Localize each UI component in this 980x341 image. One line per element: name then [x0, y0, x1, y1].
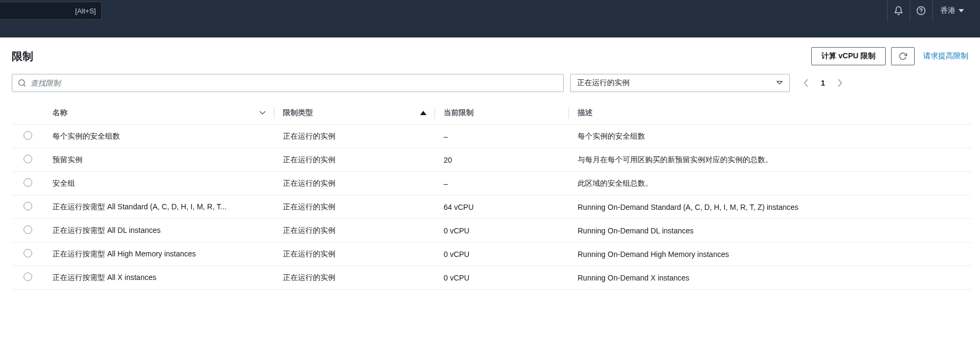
row-current: 0 vCPU — [435, 266, 569, 290]
notifications-icon[interactable] — [887, 0, 909, 21]
row-current: 64 vCPU — [435, 195, 569, 219]
row-name: 正在运行按需型 All X instances — [44, 266, 274, 290]
col-type[interactable]: 限制类型 — [274, 102, 435, 125]
row-radio[interactable] — [24, 202, 32, 210]
row-type: 正在运行的实例 — [274, 195, 435, 219]
caret-down-icon — [776, 81, 783, 85]
row-type: 正在运行的实例 — [274, 125, 435, 148]
row-name: 安全组 — [44, 172, 274, 195]
col-desc-label: 描述 — [578, 108, 593, 117]
row-desc: 与每月在每个可用区购买的新预留实例对应的实例的总数。 — [569, 148, 971, 172]
next-page-button[interactable] — [833, 76, 847, 90]
paginator: 1 — [799, 76, 847, 90]
row-type: 正在运行的实例 — [274, 243, 435, 266]
limits-table: 名称 限制类型 当前限制 — [12, 102, 971, 290]
row-select-cell[interactable] — [12, 125, 44, 148]
row-select-cell[interactable] — [12, 243, 44, 266]
search-filter[interactable] — [12, 74, 564, 92]
table-row[interactable]: 每个实例的安全组数正在运行的实例–每个实例的安全组数 — [12, 125, 971, 148]
header-actions: 计算 vCPU 限制 请求提高限制 — [811, 47, 971, 65]
filter-bar: 正在运行的实例 1 — [12, 74, 971, 92]
row-current: 0 vCPU — [435, 243, 569, 266]
row-select-cell[interactable] — [12, 266, 44, 290]
search-input[interactable] — [31, 74, 558, 92]
row-desc: Running On-Demand DL instances — [569, 219, 971, 243]
global-search-input[interactable]: rvices, features, blogs, docs, and more … — [0, 2, 102, 20]
row-desc: 每个实例的安全组数 — [569, 125, 971, 148]
col-current-label: 当前限制 — [444, 108, 474, 117]
table-row[interactable]: 正在运行按需型 All X instances正在运行的实例0 vCPURunn… — [12, 266, 971, 290]
page-content: 限制 计算 vCPU 限制 请求提高限制 正在运行的实例 1 — [0, 37, 980, 290]
row-select-cell[interactable] — [12, 195, 44, 219]
svg-line-3 — [24, 85, 25, 86]
row-radio[interactable] — [24, 178, 32, 187]
row-type: 正在运行的实例 — [274, 148, 435, 172]
row-select-cell[interactable] — [12, 148, 44, 172]
row-radio[interactable] — [24, 155, 32, 163]
prev-page-button[interactable] — [799, 76, 813, 90]
row-name: 预留实例 — [44, 148, 274, 172]
row-select-cell[interactable] — [12, 219, 44, 243]
global-nav: rvices, features, blogs, docs, and more … — [0, 0, 980, 21]
dropdown-selected-label: 正在运行的实例 — [577, 78, 630, 88]
table-row[interactable]: 正在运行按需型 All High Memory instances正在运行的实例… — [12, 243, 971, 266]
region-label: 香港 — [940, 6, 955, 16]
sort-desc-icon — [259, 110, 266, 116]
table-body: 每个实例的安全组数正在运行的实例–每个实例的安全组数预留实例正在运行的实例20与… — [12, 125, 971, 290]
page-number: 1 — [821, 79, 825, 87]
col-desc[interactable]: 描述 — [569, 102, 971, 125]
row-radio[interactable] — [24, 272, 32, 281]
table-row[interactable]: 正在运行按需型 All DL instances正在运行的实例0 vCPURun… — [12, 219, 971, 243]
row-radio[interactable] — [24, 131, 32, 140]
help-icon[interactable] — [910, 0, 931, 21]
caret-down-icon — [959, 8, 964, 13]
row-desc: Running On-Demand X instances — [569, 266, 971, 290]
refresh-button[interactable] — [891, 47, 915, 65]
col-name-label: 名称 — [53, 108, 68, 118]
row-name: 正在运行按需型 All DL instances — [44, 219, 274, 243]
chevron-right-icon — [837, 79, 842, 87]
global-search-shortcut: [Alt+S] — [75, 7, 96, 15]
row-current: – — [435, 125, 569, 148]
sort-asc-icon — [420, 110, 427, 116]
col-type-label: 限制类型 — [283, 108, 313, 118]
request-increase-button[interactable]: 请求提高限制 — [920, 47, 971, 65]
refresh-icon — [899, 52, 907, 60]
table-row[interactable]: 安全组正在运行的实例–此区域的安全组总数。 — [12, 172, 971, 195]
chevron-left-icon — [804, 79, 809, 87]
page-title: 限制 — [12, 49, 33, 64]
row-name: 正在运行按需型 All Standard (A, C, D, H, I, M, … — [44, 195, 274, 219]
row-radio[interactable] — [24, 225, 32, 234]
search-icon — [18, 79, 26, 87]
row-type: 正在运行的实例 — [274, 266, 435, 290]
calc-vcpu-button[interactable]: 计算 vCPU 限制 — [811, 47, 886, 65]
row-select-cell[interactable] — [12, 172, 44, 195]
table-row[interactable]: 正在运行按需型 All Standard (A, C, D, H, I, M, … — [12, 195, 971, 219]
row-type: 正在运行的实例 — [274, 219, 435, 243]
table-row[interactable]: 预留实例正在运行的实例20与每月在每个可用区购买的新预留实例对应的实例的总数。 — [12, 148, 971, 172]
type-filter-dropdown[interactable]: 正在运行的实例 — [570, 74, 790, 92]
region-selector[interactable]: 香港 — [932, 0, 971, 21]
row-desc: 此区域的安全组总数。 — [569, 172, 971, 195]
row-name: 正在运行按需型 All High Memory instances — [44, 243, 274, 266]
col-name[interactable]: 名称 — [44, 102, 274, 125]
nav-bottom-pad — [0, 21, 980, 37]
col-select — [12, 102, 44, 125]
row-current: 0 vCPU — [435, 219, 569, 243]
row-current: – — [435, 172, 569, 195]
row-desc: Running On-Demand Standard (A, C, D, H, … — [569, 195, 971, 219]
row-name: 每个实例的安全组数 — [44, 125, 274, 148]
global-nav-right: 香港 — [887, 0, 971, 21]
row-type: 正在运行的实例 — [274, 172, 435, 195]
col-current[interactable]: 当前限制 — [435, 102, 569, 125]
table-header: 名称 限制类型 当前限制 — [12, 102, 971, 125]
row-desc: Running On-Demand High Memory instances — [569, 243, 971, 266]
row-radio[interactable] — [24, 249, 32, 257]
row-current: 20 — [435, 148, 569, 172]
page-header: 限制 计算 vCPU 限制 请求提高限制 — [12, 47, 971, 65]
